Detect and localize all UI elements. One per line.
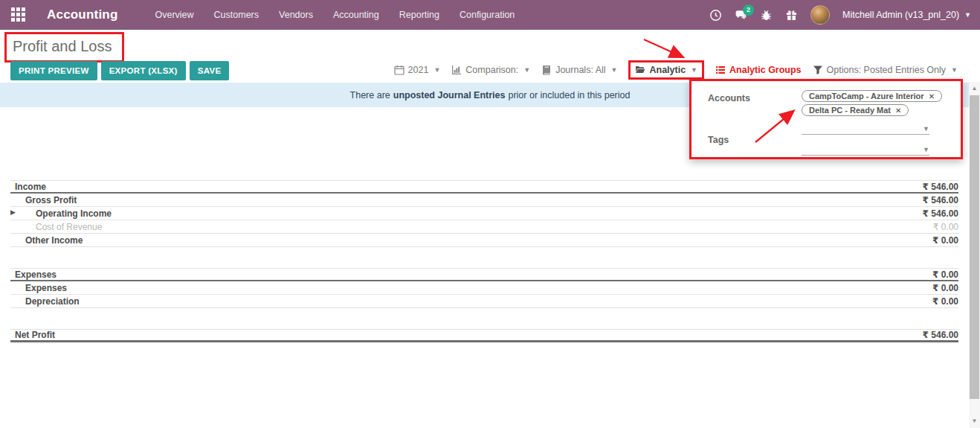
tag-label: CampToCamp - Azure Interior [809,92,924,100]
alert-text: There are [350,90,390,100]
row-value: ₹ 0.00 [932,283,958,293]
nav-menu-item[interactable]: Reporting [399,10,439,20]
table-row[interactable]: ▶ Expenses ₹ 0.00 [10,268,958,281]
user-avatar[interactable] [810,5,830,25]
table-row[interactable]: ▶ Net Profit ₹ 546.00 [10,329,958,342]
table-row[interactable]: ▶ Cost of Revenue ₹ 0.00 [10,220,958,234]
table-row[interactable]: ▶ Gross Profit ₹ 546.00 [10,194,958,207]
journal-book-icon [541,65,552,75]
row-value: ₹ 0.00 [932,296,958,307]
table-row[interactable]: ▶ Depreciation ₹ 0.00 [10,295,958,308]
folder-open-icon [635,65,645,75]
analytic-account-tag[interactable]: Delta PC - Ready Mat ✕ [802,104,909,116]
analytic-filter[interactable]: Analytic ▼ [628,60,704,80]
scroll-down-arrow-icon[interactable]: ▼ [969,416,980,427]
tags-input[interactable]: ▼ [802,144,929,156]
row-label: Cost of Revenue [10,222,102,232]
messages-icon[interactable]: 2 [735,9,747,22]
list-icon [715,65,726,75]
analytic-groups-filter[interactable]: Analytic Groups [715,65,802,75]
activities-clock-icon[interactable] [709,9,722,22]
nav-menu-item[interactable]: Vendors [279,10,313,20]
row-value: ₹ 0.00 [932,269,958,280]
journals-filter-label: Journals: All [555,65,605,75]
row-value: ₹ 0.00 [932,235,958,246]
row-value: ₹ 546.00 [923,182,958,192]
chevron-down-icon[interactable]: ▼ [923,125,929,132]
table-section-gap [10,308,958,329]
message-count-badge[interactable]: 2 [743,4,754,16]
nav-menu-item[interactable]: Configuration [460,10,515,20]
row-label: Operating Income [10,208,112,219]
expand-caret-icon[interactable]: ▶ [10,208,16,216]
chevron-down-icon: ▼ [951,66,958,74]
options-filter-label: Options: Posted Entries Only [827,65,947,75]
nav-menu: OverviewCustomersVendorsAccountingReport… [155,10,515,20]
row-label: Depreciation [10,296,80,307]
chevron-down-icon: ▼ [433,66,440,74]
chevron-down-icon: ▼ [611,66,618,74]
tag-label: Delta PC - Ready Mat [809,106,891,115]
accounts-input[interactable]: ▼ [802,123,929,135]
row-value: ₹ 546.00 [923,208,958,219]
table-section-gap [10,247,958,268]
table-row[interactable]: ▶ Income ₹ 546.00 [10,180,958,194]
alert-bold-text: unposted Journal Entries [393,90,506,100]
navbar-right: 2 Mitchell Admin (v13_pnl_20) ▼ [709,0,971,30]
analytic-account-tag[interactable]: CampToCamp - Azure Interior ✕ [802,90,942,102]
row-value: ₹ 0.00 [933,222,958,232]
accounts-label: Accounts [708,93,750,103]
row-value: ₹ 546.00 [923,195,958,205]
title-annotation-box: Profit and Loss [4,32,124,63]
row-label: Expenses [10,283,67,293]
filter-bar: 2021 ▼ Comparison: ▼ Journals: All ▼ [394,63,958,77]
alert-text: prior or included in this period [508,90,630,100]
row-value: ₹ 546.00 [923,330,958,340]
row-label: Other Income [10,235,83,246]
date-filter[interactable]: 2021 ▼ [394,65,441,75]
action-buttons: PRINT PREVIEW EXPORT (XLSX) SAVE [10,61,229,80]
analytic-groups-label: Analytic Groups [729,65,802,75]
bug-icon[interactable] [760,9,773,22]
page-title: Profit and Loss [13,38,112,55]
account-tag-list: CampToCamp - Azure Interior ✕ Delta PC -… [802,90,942,116]
scroll-up-arrow-icon[interactable]: ▲ [969,83,980,94]
options-filter[interactable]: Options: Posted Entries Only ▼ [813,65,958,75]
row-label: Gross Profit [10,195,77,205]
gift-icon[interactable] [785,9,798,22]
analytic-dropdown-panel: Accounts CampToCamp - Azure Interior ✕ D… [689,79,963,159]
vertical-scrollbar[interactable]: ▲ ▼ [969,82,980,428]
tags-label: Tags [708,135,729,145]
bar-chart-icon [451,65,462,75]
chevron-down-icon: ▼ [691,66,697,74]
journals-filter[interactable]: Journals: All ▼ [541,65,617,75]
profit-loss-table: ▶ Income ₹ 546.00 ▶ Gross Profit ₹ 546.0… [10,180,958,342]
row-label: Expenses [10,269,57,280]
table-row[interactable]: ▶ Other Income ₹ 0.00 [10,234,958,247]
row-label: Net Profit [10,330,55,340]
remove-tag-icon[interactable]: ✕ [895,106,901,115]
comparison-filter[interactable]: Comparison: ▼ [451,65,530,75]
funnel-icon [813,65,823,75]
chevron-down-icon: ▼ [523,66,530,74]
scrollbar-thumb[interactable] [970,95,979,399]
nav-menu-item[interactable]: Customers [214,10,259,20]
date-filter-label: 2021 [408,65,429,75]
apps-grid-icon[interactable] [11,7,26,22]
row-label: Income [10,182,46,192]
nav-menu-item[interactable]: Accounting [333,10,379,20]
table-row[interactable]: ▶ Operating Income ₹ 546.00 [10,207,958,220]
table-row[interactable]: ▶ Expenses ₹ 0.00 [10,281,958,295]
print-preview-button[interactable]: PRINT PREVIEW [10,61,97,80]
comparison-filter-label: Comparison: [465,65,518,75]
user-menu-caret-icon[interactable]: ▼ [964,11,971,19]
nav-menu-item[interactable]: Overview [155,10,194,20]
app-title: Accounting [47,7,118,22]
remove-tag-icon[interactable]: ✕ [929,92,935,100]
chevron-down-icon[interactable]: ▼ [923,146,929,153]
user-menu[interactable]: Mitchell Admin (v13_pnl_20) [842,10,959,20]
top-navbar: Accounting OverviewCustomersVendorsAccou… [0,0,980,30]
calendar-icon [394,65,404,75]
save-button[interactable]: SAVE [190,61,230,80]
export-xlsx-button[interactable]: EXPORT (XLSX) [101,61,186,80]
